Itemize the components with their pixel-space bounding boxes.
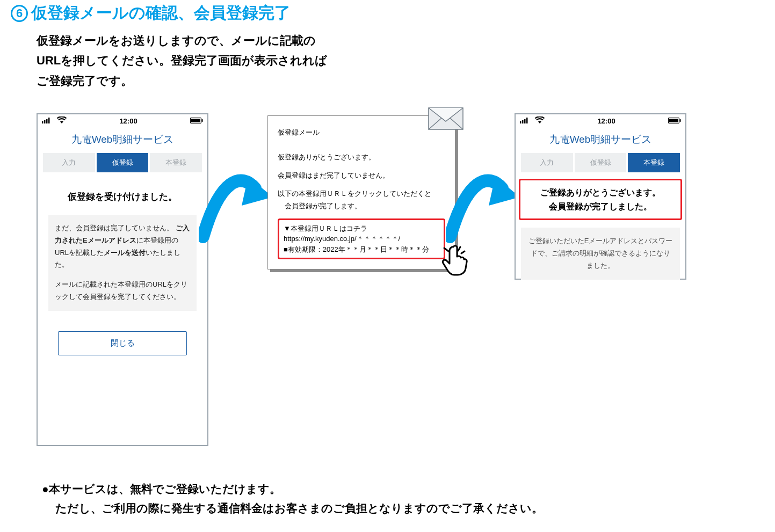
phone-screen-provisional: 12:00 九電Web明細サービス 入力 仮登録 本登録 仮登録を受け付けました… (37, 113, 208, 446)
step-provisional: 仮登録 (575, 153, 627, 172)
step-final: 本登録 (150, 153, 202, 172)
svg-rect-11 (520, 121, 522, 123)
progress-steps: 入力 仮登録 本登録 (516, 153, 685, 172)
svg-rect-2 (46, 119, 48, 123)
wifi-icon (57, 116, 67, 125)
status-bar: 12:00 (516, 114, 685, 127)
signal-icon (42, 117, 50, 125)
signal-icon (520, 117, 528, 125)
phone-screen-complete: 12:00 九電Web明細サービス 入力 仮登録 本登録 ご登録ありがとうござい… (515, 113, 686, 280)
svg-rect-6 (202, 119, 203, 122)
svg-rect-3 (48, 118, 50, 123)
email-card: 仮登録メール 仮登録ありがとうございます。 会員登録はまだ完了していません。 以… (267, 115, 455, 269)
svg-rect-17 (680, 119, 681, 122)
svg-rect-1 (44, 120, 46, 123)
email-line: 仮登録ありがとうございます。 (278, 151, 445, 163)
close-button[interactable]: 閉じる (58, 331, 187, 355)
step-number-badge: 6 (11, 5, 28, 22)
svg-rect-14 (526, 118, 528, 123)
service-title: 九電Web明細サービス (516, 127, 685, 153)
status-clock: 12:00 (597, 117, 615, 125)
step-input: 入力 (521, 153, 573, 172)
svg-rect-12 (522, 120, 524, 123)
status-clock: 12:00 (119, 117, 137, 125)
svg-line-8 (444, 248, 448, 251)
svg-rect-13 (524, 119, 526, 123)
completion-note: ご登録いただいたEメールアドレスとパスワードで、ご請求の明細が確認できるようにな… (521, 228, 680, 279)
step-input: 入力 (43, 153, 95, 172)
email-card-wrap: 仮登録メール 仮登録ありがとうございます。 会員登録はまだ完了していません。 以… (267, 115, 455, 269)
svg-rect-0 (42, 121, 44, 123)
service-title: 九電Web明細サービス (38, 127, 207, 153)
lead-text: 仮登録メールをお送りしますので、メールに記載のURLを押してください。登録完了画… (37, 31, 337, 91)
screen-heading: 仮登録を受け付けました。 (46, 191, 199, 203)
page-title-text: 仮登録メールの確認、会員登録完了 (31, 2, 291, 24)
email-line: 会員登録はまだ完了していません。 (278, 170, 445, 181)
flow-arrow-2 (455, 113, 515, 274)
svg-rect-5 (191, 119, 200, 122)
message-box: まだ、会員登録は完了していません。 ご入力されたEメールアドレスに本登録用のUR… (48, 215, 197, 311)
page-title: 6 仮登録メールの確認、会員登録完了 (11, 2, 764, 24)
footnote: ●本サービスは、無料でご登録いただけます。 ただし、ご利用の際に発生する通信料金… (42, 479, 764, 518)
wifi-icon (535, 116, 545, 125)
email-subject: 仮登録メール (278, 127, 445, 139)
svg-rect-16 (669, 119, 678, 122)
email-line: 以下の本登録用ＵＲＬをクリックしていただくと 会員登録が完了します。 (278, 188, 445, 212)
completion-message: ご登録ありがとうございます。 会員登録が完了しました。 (519, 179, 682, 220)
status-bar: 12:00 (38, 114, 207, 127)
flow-arrow-1 (208, 113, 267, 274)
email-url-box[interactable]: ▼本登録用ＵＲＬはコチラ https://my.kyuden.co.jp/＊＊＊… (278, 218, 445, 260)
step-final: 本登録 (628, 153, 680, 172)
progress-steps: 入力 仮登録 本登録 (38, 153, 207, 172)
battery-icon (190, 117, 203, 125)
step-provisional: 仮登録 (97, 153, 149, 172)
battery-icon (668, 117, 681, 125)
